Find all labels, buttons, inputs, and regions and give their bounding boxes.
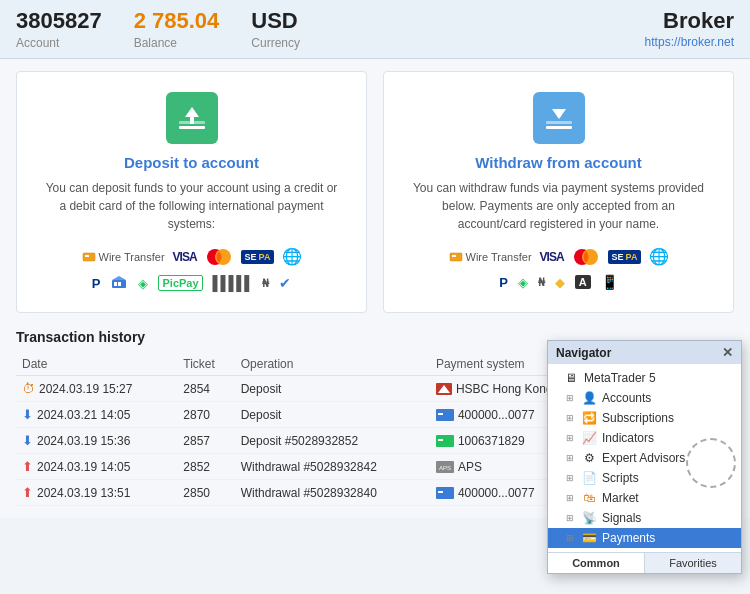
nav-item-scripts[interactable]: ⊞ 📄 Scripts [548, 468, 741, 488]
withdraw-payment-icons: Wire Transfer VISA SEPA 🌐 [408, 247, 709, 266]
visa-icon-w: VISA [540, 250, 564, 264]
nav-item-label: Market [602, 491, 639, 505]
nav-item-label: Scripts [602, 471, 639, 485]
paypal-icon: P [92, 276, 101, 291]
cell-ticket: 2870 [177, 402, 234, 428]
broker-name: Broker [645, 8, 734, 34]
nav-item-icon: 🔁 [582, 411, 596, 425]
nav-item-label: Accounts [602, 391, 651, 405]
withdraw-icon [542, 101, 576, 135]
header-left: 3805827 Account 2 785.04 Balance USD Cur… [16, 8, 300, 50]
svg-rect-15 [557, 109, 561, 117]
mastercard-icon [205, 248, 233, 266]
withdraw-payment-icons2: P ◈ ₦ ◆ A 📱 [408, 274, 709, 290]
nav-expand-icon: ⊞ [566, 493, 574, 503]
nav-item-indicators[interactable]: ⊞ 📈 Indicators [548, 428, 741, 448]
col-ticket: Ticket [177, 353, 234, 376]
deposit-title: Deposit to account [41, 154, 342, 171]
navigator-common-tab[interactable]: Common [548, 553, 645, 573]
nav-item-market[interactable]: ⊞ 🛍 Market [548, 488, 741, 508]
visa-icon: VISA [173, 250, 197, 264]
balance-value: 2 785.04 [134, 8, 220, 34]
nav-expand-icon: ⊞ [566, 453, 574, 463]
account-number: 3805827 [16, 8, 102, 34]
withdraw-icon-wrap [533, 92, 585, 144]
account-info: 3805827 Account [16, 8, 102, 50]
svg-marker-11 [112, 276, 126, 280]
cell-operation: Withdrawal #5028932840 [235, 480, 430, 506]
svg-rect-25 [438, 439, 443, 441]
picpay-icon: PicPay [158, 275, 202, 291]
cell-date: ⬇2024.03.21 14:05 [16, 402, 177, 428]
nav-expand-icon: ⊞ [566, 393, 574, 403]
cell-operation: Deposit [235, 376, 430, 402]
deposit-card: Deposit to account You can deposit funds… [16, 71, 367, 313]
svg-rect-10 [118, 282, 121, 286]
svg-rect-16 [450, 253, 462, 261]
nav-item-icon: 📡 [582, 511, 596, 525]
navigator-popup: Navigator ✕ 🖥 MetaTrader 5 ⊞ 👤 Accounts … [547, 340, 742, 574]
deposit-icon-wrap [166, 92, 218, 144]
svg-rect-1 [179, 126, 205, 129]
binance-icon-w: ◆ [555, 275, 565, 290]
svg-rect-4 [83, 253, 95, 261]
nav-item-label: Indicators [602, 431, 654, 445]
navigator-header: Navigator ✕ [548, 341, 741, 364]
crypto-icon-w: ◈ [518, 275, 528, 290]
svg-rect-29 [438, 491, 443, 493]
cell-operation: Deposit [235, 402, 430, 428]
check-icon: ✔ [279, 275, 291, 291]
nav-item-accounts[interactable]: ⊞ 👤 Accounts [548, 388, 741, 408]
withdraw-title: Withdraw from account [408, 154, 709, 171]
nav-expand-icon: ⊞ [566, 513, 574, 523]
nav-item-label: MetaTrader 5 [584, 371, 656, 385]
col-operation: Operation [235, 353, 430, 376]
navigator-favorites-tab[interactable]: Favorities [645, 553, 741, 573]
barcode-icon: ▌▌▌▌▌ [213, 275, 253, 291]
svg-rect-12 [546, 121, 572, 124]
cell-ticket: 2852 [177, 454, 234, 480]
deposit-payment-icons: Wire Transfer VISA SEPA 🌐 [41, 247, 342, 266]
svg-rect-5 [85, 255, 89, 257]
wire-transfer-icon: Wire Transfer [81, 249, 165, 265]
nav-item-expert-advisors[interactable]: ⊞ ⚙ Expert Advisors [548, 448, 741, 468]
nav-item-icon: 👤 [582, 391, 596, 405]
broker-info: Broker https://broker.net [645, 8, 734, 49]
paypal-icon-w: P [499, 275, 508, 290]
crypto-icon: ◈ [138, 276, 148, 291]
globe-icon-w: 🌐 [649, 247, 669, 266]
navigator-footer: Common Favorities [548, 552, 741, 573]
nav-item-label: Signals [602, 511, 641, 525]
globe-icon: 🌐 [282, 247, 302, 266]
alpha-icon-w: A [575, 275, 591, 289]
nav-item-metatrader-5[interactable]: 🖥 MetaTrader 5 [548, 368, 741, 388]
nav-item-icon: 🛍 [582, 491, 596, 505]
currency-info: USD Currency [251, 8, 300, 50]
nav-expand-icon: ⊞ [566, 533, 574, 543]
nav-item-label: Subscriptions [602, 411, 674, 425]
cell-ticket: 2857 [177, 428, 234, 454]
account-label: Account [16, 36, 102, 50]
currency-value: USD [251, 8, 300, 34]
svg-rect-17 [452, 255, 456, 257]
svg-text:APS: APS [439, 465, 451, 471]
withdraw-desc: You can withdraw funds via payment syste… [408, 179, 709, 233]
nav-expand-icon: ⊞ [566, 433, 574, 443]
nav-item-subscriptions[interactable]: ⊞ 🔁 Subscriptions [548, 408, 741, 428]
cell-date: ⬆2024.03.19 13:51 [16, 480, 177, 506]
svg-rect-23 [438, 413, 443, 415]
withdraw-card: Withdraw from account You can withdraw f… [383, 71, 734, 313]
navigator-body: 🖥 MetaTrader 5 ⊞ 👤 Accounts ⊞ 🔁 Subscrip… [548, 364, 741, 552]
mastercard-icon-w [572, 248, 600, 266]
nav-item-payments[interactable]: ⊞ 💳 Payments [548, 528, 741, 548]
wire-transfer-icon-w: Wire Transfer [448, 249, 532, 265]
navigator-close-button[interactable]: ✕ [722, 345, 733, 360]
nav-item-icon: 🖥 [564, 371, 578, 385]
nav-item-signals[interactable]: ⊞ 📡 Signals [548, 508, 741, 528]
nav-expand-icon: ⊞ [566, 413, 574, 423]
header: 3805827 Account 2 785.04 Balance USD Cur… [0, 0, 750, 59]
broker-link[interactable]: https://broker.net [645, 35, 734, 49]
cell-date: ⏱2024.03.19 15:27 [16, 376, 177, 402]
balance-label: Balance [134, 36, 220, 50]
deposit-icon [175, 101, 209, 135]
